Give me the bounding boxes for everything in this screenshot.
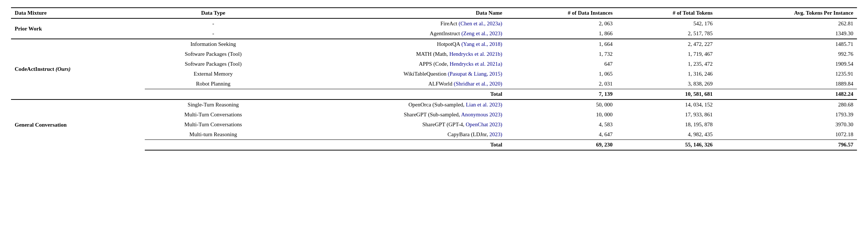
total-empty-type (145, 89, 282, 100)
data-name-cell: APPS (Code, Hendrycks et al. 2021a) (282, 59, 506, 69)
col-header-data-type: Data Type (145, 8, 282, 18)
data-name-cell: ShareGPT (GPT-4, OpenChat 2023) (282, 120, 506, 130)
avg-tokens: 1072.18 (716, 130, 857, 140)
data-type: Software Packages (Tool) (145, 49, 282, 59)
data-type: Multi-turn Reasoning (145, 130, 282, 140)
table-header: Data Mixture Data Type Data Name # of Da… (11, 8, 857, 18)
total-total-tokens: 10, 581, 681 (616, 89, 716, 100)
total-tokens: 3, 838, 269 (616, 79, 716, 89)
data-name-cell: OpenOrca (Sub-sampled, Lian et al. 2023) (282, 99, 506, 110)
total-tokens: 18, 195, 878 (616, 120, 716, 130)
avg-tokens: 3970.30 (716, 120, 857, 130)
instances: 1, 065 (506, 69, 616, 79)
instances: 647 (506, 59, 616, 69)
data-name-cell: ShareGPT (Sub-sampled, Anonymous 2023) (282, 110, 506, 120)
section-label: CodeActInstruct (Ours) (11, 39, 145, 99)
instances: 4, 647 (506, 130, 616, 140)
data-type: - (145, 29, 282, 39)
total-label: Total (282, 140, 506, 150)
instances: 50, 000 (506, 99, 616, 110)
col-header-instances: # of Data Instances (506, 8, 616, 18)
instances: 1, 732 (506, 49, 616, 59)
data-name-cell: MATH (Math, Hendrycks et al. 2021b) (282, 49, 506, 59)
instances: 10, 000 (506, 110, 616, 120)
data-type: Multi-Turn Conversations (145, 120, 282, 130)
data-type: Robot Planning (145, 79, 282, 89)
instances: 1, 866 (506, 29, 616, 39)
total-tokens: 2, 517, 785 (616, 29, 716, 39)
data-type: Information Seeking (145, 39, 282, 49)
avg-tokens: 1485.71 (716, 39, 857, 49)
total-tokens: 14, 034, 152 (616, 99, 716, 110)
avg-tokens: 280.68 (716, 99, 857, 110)
total-tokens: 542, 176 (616, 18, 716, 29)
total-instances: 7, 139 (506, 89, 616, 100)
col-header-total-tokens: # of Total Tokens (616, 8, 716, 18)
total-tokens: 4, 982, 435 (616, 130, 716, 140)
total-avg-tokens: 796.57 (716, 140, 857, 150)
avg-tokens: 1349.30 (716, 29, 857, 39)
section-label: Prior Work (11, 18, 145, 39)
data-type: Software Packages (Tool) (145, 59, 282, 69)
instances: 4, 583 (506, 120, 616, 130)
total-label: Total (282, 89, 506, 100)
data-type: External Memory (145, 69, 282, 79)
avg-tokens: 262.81 (716, 18, 857, 29)
avg-tokens: 1889.84 (716, 79, 857, 89)
instances: 2, 031 (506, 79, 616, 89)
data-name-cell: AgentInstruct (Zeng et al., 2023) (282, 29, 506, 39)
total-tokens: 1, 316, 246 (616, 69, 716, 79)
data-name-cell: WikiTableQuestion (Pasupat & Liang, 2015… (282, 69, 506, 79)
col-header-avg-tokens: Avg. Tokens Per Instance (716, 8, 857, 18)
instances: 1, 664 (506, 39, 616, 49)
avg-tokens: 1793.39 (716, 110, 857, 120)
avg-tokens: 1909.54 (716, 59, 857, 69)
table-row: General ConversationSingle-Turn Reasonin… (11, 99, 857, 110)
data-type: Multi-Turn Conversations (145, 110, 282, 120)
col-header-data-name: Data Name (282, 8, 506, 18)
total-tokens: 1, 235, 472 (616, 59, 716, 69)
data-type: - (145, 18, 282, 29)
data-name-cell: FireAct (Chen et al., 2023a) (282, 18, 506, 29)
data-name-cell: CapyBara (LDJnr, 2023) (282, 130, 506, 140)
total-tokens: 1, 719, 467 (616, 49, 716, 59)
total-total-tokens: 55, 146, 326 (616, 140, 716, 150)
section-label: General Conversation (11, 99, 145, 150)
avg-tokens: 992.76 (716, 49, 857, 59)
total-tokens: 2, 472, 227 (616, 39, 716, 49)
data-type: Single-Turn Reasoning (145, 99, 282, 110)
avg-tokens: 1235.91 (716, 69, 857, 79)
instances: 2, 063 (506, 18, 616, 29)
total-tokens: 17, 933, 861 (616, 110, 716, 120)
total-avg-tokens: 1482.24 (716, 89, 857, 100)
table-row: Prior Work-FireAct (Chen et al., 2023a)2… (11, 18, 857, 29)
total-empty-type (145, 140, 282, 150)
total-instances: 69, 230 (506, 140, 616, 150)
data-name-cell: HotpotQA (Yang et al., 2018) (282, 39, 506, 49)
table-row: CodeActInstruct (Ours)Information Seekin… (11, 39, 857, 49)
col-header-data-mixture: Data Mixture (11, 8, 145, 18)
data-name-cell: ALFWorld (Shridhar et al., 2020) (282, 79, 506, 89)
